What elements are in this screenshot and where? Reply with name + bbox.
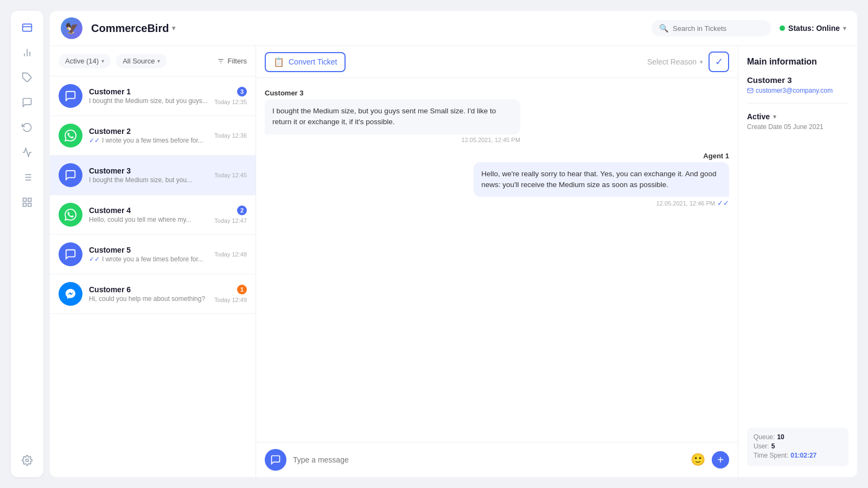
unread-badge: 3 <box>237 87 247 97</box>
stats-box: Queue: 10 User: 5 Time Spent: 01:02:27 <box>747 428 848 466</box>
svg-rect-11 <box>23 198 27 202</box>
ticket-info: Customer 6 Hi, could you help me about s… <box>89 285 208 303</box>
nav-icon-list[interactable] <box>17 167 37 188</box>
ticket-info: Customer 5 ✓✓ I wrote you a few times be… <box>89 246 208 263</box>
avatar <box>59 203 82 227</box>
user-stat: User: 5 <box>754 442 842 450</box>
nav-icon-messages[interactable] <box>17 92 37 113</box>
info-divider <box>747 103 848 104</box>
ticket-info: Customer 1 I bought the Medium size, but… <box>89 87 208 105</box>
emoji-btn[interactable]: 🙂 <box>691 453 705 467</box>
status-dot <box>780 25 785 31</box>
search-input[interactable] <box>673 24 763 33</box>
ticket-meta: 1 Today 12:49 <box>214 285 247 303</box>
chat-toolbar: 📋 Convert Ticket Select Reason ▾ ✓ <box>256 46 738 78</box>
ticket-list-panel: Active (14) ▾ All Source ▾ Filters <box>50 46 256 477</box>
select-reason-chevron-icon: ▾ <box>700 59 703 66</box>
content-area: Active (14) ▾ All Source ▾ Filters <box>50 46 857 477</box>
nav-icon-settings[interactable] <box>17 450 37 471</box>
source-filter-btn[interactable]: All Source ▾ <box>116 54 167 68</box>
avatar <box>59 163 82 187</box>
main-area: 🦅 CommerceBird ▾ 🔍 Status: Online ▾ <box>50 11 857 477</box>
avatar <box>59 84 82 108</box>
nav-icon-tags[interactable] <box>17 67 37 88</box>
unread-badge: 1 <box>237 285 247 294</box>
ticket-info: Customer 3 I bought the Medium size, but… <box>89 166 208 184</box>
convert-icon: 📋 <box>273 57 284 67</box>
svg-rect-13 <box>23 203 27 207</box>
ticket-info: Customer 4 Hello, could you tell me wher… <box>89 206 208 223</box>
attachment-btn[interactable] <box>265 449 286 471</box>
ticket-item[interactable]: Customer 2 ✓✓ I wrote you a few times be… <box>50 116 256 156</box>
create-date: Create Date 05 June 2021 <box>747 123 848 131</box>
chat-messages: Customer 3 I bought the Medium size, but… <box>256 78 738 442</box>
status-chevron-icon[interactable]: ▾ <box>773 113 776 120</box>
status-block: Active ▾ Create Date 05 June 2021 <box>747 112 848 131</box>
status-info: Active ▾ <box>747 112 848 121</box>
search-icon: 🔍 <box>659 24 668 33</box>
avatar <box>59 242 82 266</box>
message-bubble: Agent 1 Hello, we're really sorry to hea… <box>474 152 729 208</box>
ticket-meta: 3 Today 12:35 <box>214 87 247 105</box>
brand-chevron-icon[interactable]: ▾ <box>172 24 175 32</box>
avatar <box>59 282 82 306</box>
customer-info-block: Customer 3 customer3@company.com <box>747 75 848 94</box>
ticket-info: Customer 2 ✓✓ I wrote you a few times be… <box>89 127 208 144</box>
active-filter-chevron-icon: ▾ <box>101 58 104 64</box>
read-receipt-icon: ✓✓ <box>717 199 729 207</box>
brand-name: CommerceBird ▾ <box>91 22 175 35</box>
top-header: 🦅 CommerceBird ▾ 🔍 Status: Online ▾ <box>50 11 857 46</box>
avatar <box>59 124 82 147</box>
nav-icon-analytics[interactable] <box>17 42 37 63</box>
svg-rect-14 <box>28 203 31 207</box>
unread-badge: 2 <box>237 206 247 215</box>
svg-rect-12 <box>28 198 31 202</box>
svg-point-15 <box>26 459 29 462</box>
queue-stat: Queue: 10 <box>754 433 842 441</box>
active-filter-btn[interactable]: Active (14) ▾ <box>59 54 111 68</box>
message-input[interactable] <box>293 455 684 464</box>
ticket-item[interactable]: Customer 4 Hello, could you tell me wher… <box>50 195 256 235</box>
nav-icon-grid[interactable] <box>17 192 37 213</box>
ticket-meta: Today 12:36 <box>214 132 247 139</box>
status-chevron-icon[interactable]: ▾ <box>843 25 846 32</box>
source-filter-chevron-icon: ▾ <box>157 58 160 64</box>
chat-panel: 📋 Convert Ticket Select Reason ▾ ✓ Custo… <box>256 46 738 477</box>
filters-btn[interactable]: Filters <box>217 57 247 65</box>
time-stat: Time Spent: 01:02:27 <box>754 452 842 459</box>
ticket-item[interactable]: Customer 5 ✓✓ I wrote you a few times be… <box>50 235 256 274</box>
ticket-list: Customer 1 I bought the Medium size, but… <box>50 76 256 477</box>
status-indicator: Status: Online ▾ <box>780 24 846 33</box>
ticket-item-active[interactable]: Customer 3 I bought the Medium size, but… <box>50 156 256 195</box>
brand-logo: 🦅 <box>61 17 82 39</box>
svg-rect-0 <box>23 24 32 31</box>
ticket-meta: Today 12:45 <box>214 172 247 178</box>
nav-icon-reports[interactable] <box>17 142 37 163</box>
add-btn[interactable]: + <box>712 451 729 468</box>
confirm-btn[interactable]: ✓ <box>709 52 729 72</box>
info-panel: Main information Customer 3 customer3@co… <box>738 46 857 477</box>
sidebar-nav <box>11 11 43 477</box>
ticket-item[interactable]: Customer 6 Hi, could you help me about s… <box>50 274 256 314</box>
select-reason-dropdown[interactable]: Select Reason ▾ <box>647 57 703 66</box>
ticket-meta: 2 Today 12:47 <box>214 206 247 224</box>
ticket-list-header: Active (14) ▾ All Source ▾ Filters <box>50 46 256 76</box>
nav-icon-inbox[interactable] <box>17 17 37 38</box>
ticket-item[interactable]: Customer 1 I bought the Medium size, but… <box>50 76 256 116</box>
info-panel-title: Main information <box>747 57 848 67</box>
nav-icon-refresh[interactable] <box>17 117 37 138</box>
customer-email: customer3@company.com <box>747 87 848 94</box>
ticket-meta: Today 12:48 <box>214 251 247 258</box>
convert-ticket-btn[interactable]: 📋 Convert Ticket <box>265 52 346 72</box>
customer-name: Customer 3 <box>747 75 848 85</box>
search-box: 🔍 <box>652 20 771 36</box>
chat-input-area: 🙂 + <box>256 442 738 477</box>
message-bubble: Customer 3 I bought the Medium size, but… <box>265 89 520 143</box>
